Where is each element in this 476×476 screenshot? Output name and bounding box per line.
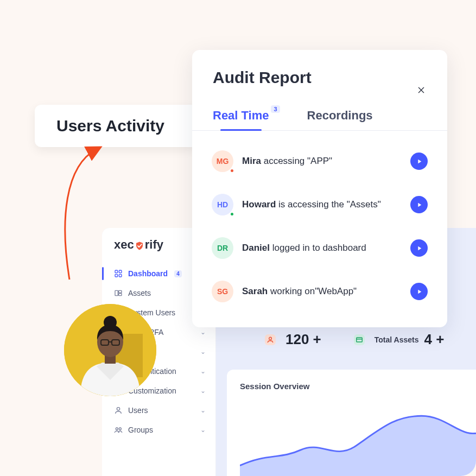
chevron-down-icon: ⌄ (200, 407, 206, 414)
svg-rect-2 (115, 274, 118, 277)
play-icon (416, 245, 423, 252)
chevron-down-icon: ⌄ (200, 387, 206, 395)
audit-row-text: Sarah working on"WebApp" (242, 286, 402, 297)
sidebar-item-label: Groups (128, 426, 153, 434)
stat-value: 120 + (285, 331, 321, 348)
audit-report-panel: Audit Report Real Time 3 Recordings MGMi… (192, 50, 447, 327)
chevron-down-icon: ⌄ (200, 328, 206, 336)
play-button[interactable] (410, 153, 428, 170)
svg-point-13 (116, 428, 118, 430)
sidebar-item-users[interactable]: Users ⌄ (102, 401, 215, 420)
arrow-icon (60, 144, 109, 285)
play-icon (416, 201, 423, 208)
user-initials-avatar: DR (212, 237, 233, 259)
audit-rows: MGMira accessing "APP"HDHoward is access… (192, 131, 447, 316)
tab-real-time[interactable]: Real Time 3 (213, 109, 269, 130)
play-icon (416, 288, 423, 295)
stat-label: Total Assets (375, 335, 419, 344)
svg-point-12 (117, 408, 119, 410)
sidebar-item-label: Assets (128, 289, 151, 297)
tab-label: Recordings (307, 109, 373, 122)
sidebar-item-groups[interactable]: Groups ⌄ (102, 420, 215, 440)
sidebar-item-label: Dashboard (128, 269, 168, 278)
chevron-down-icon: ⌄ (200, 348, 206, 356)
audit-row: SGSarah working on"WebApp" (206, 270, 433, 313)
presence-dot-icon (230, 168, 234, 173)
svg-rect-3 (119, 274, 122, 277)
audit-row: HDHoward is accessing the "Assets" (206, 183, 433, 226)
panel-title: Audit Report (192, 68, 447, 92)
presence-dot-icon (230, 212, 234, 217)
play-button[interactable] (410, 239, 428, 257)
user-initials-avatar: MG (212, 150, 233, 172)
user-initials-avatar: HD (212, 194, 233, 215)
close-icon (417, 86, 426, 94)
shield-icon (135, 240, 144, 250)
group-icon (114, 426, 123, 434)
chevron-down-icon: ⌄ (200, 426, 206, 434)
tab-recordings[interactable]: Recordings (307, 109, 373, 130)
svg-rect-6 (119, 294, 122, 296)
tab-label: Real Time (213, 109, 269, 122)
audit-row: MGMira accessing "APP" (206, 139, 433, 183)
play-icon (416, 158, 423, 165)
grid-icon (114, 269, 123, 278)
stat-total-assets: Total Assets 4 + (354, 331, 445, 348)
session-chart (240, 397, 476, 476)
play-button[interactable] (410, 196, 428, 213)
assets-icon (114, 289, 123, 297)
audit-row: DRDaniel logged in to dashboard (206, 226, 433, 270)
svg-point-15 (269, 337, 272, 340)
user-avatar (64, 304, 156, 396)
stat-value: 4 + (424, 331, 445, 348)
session-overview-title: Session Overview (240, 382, 476, 391)
svg-rect-5 (119, 290, 122, 293)
svg-rect-0 (115, 270, 118, 273)
audit-row-text: Daniel logged in to dashboard (242, 243, 402, 253)
users-activity-chip: Users Activity (35, 105, 198, 147)
user-icon (114, 406, 123, 415)
user-initials-avatar: SG (212, 281, 233, 302)
brand-text-1: xec (114, 238, 134, 252)
users-stat-icon (265, 334, 276, 345)
sidebar-item-label: Users (128, 406, 148, 415)
users-activity-label: Users Activity (56, 117, 164, 135)
stat-total-users: 120 + (265, 331, 321, 348)
brand-text-2: rify (145, 238, 163, 252)
play-button[interactable] (410, 283, 428, 300)
tab-badge: 3 (271, 105, 280, 113)
panel-tabs: Real Time 3 Recordings (192, 92, 447, 131)
svg-rect-1 (119, 270, 122, 273)
close-button[interactable] (416, 85, 427, 96)
audit-row-text: Howard is accessing the "Assets" (242, 199, 402, 210)
assets-stat-icon (354, 334, 365, 345)
chevron-down-icon: ⌄ (200, 367, 206, 375)
svg-point-14 (119, 428, 121, 430)
audit-row-text: Mira accessing "APP" (242, 156, 402, 167)
dashboard-badge: 4 (174, 270, 182, 277)
session-overview-card: Session Overview (227, 370, 476, 476)
svg-rect-16 (357, 337, 363, 341)
svg-rect-4 (115, 290, 118, 295)
